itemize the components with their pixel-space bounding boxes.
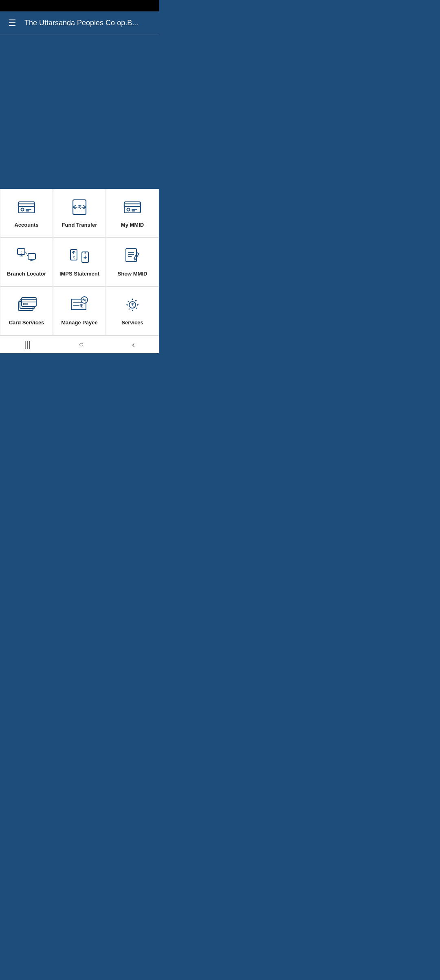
imps-statement-icon: ₹ ₹ — [69, 245, 90, 267]
svg-point-9 — [127, 208, 130, 211]
recent-apps-icon: ||| — [24, 340, 31, 349]
navigation-bar: ||| ○ ‹ — [0, 335, 159, 353]
svg-rect-4 — [26, 210, 29, 212]
svg-rect-15 — [28, 254, 35, 259]
fund-transfer-label: Fund Transfer — [62, 222, 97, 229]
svg-rect-1 — [18, 204, 35, 206]
svg-text:₹: ₹ — [131, 303, 134, 307]
fund-transfer-icon: ₹ — [69, 197, 90, 218]
svg-rect-8 — [124, 204, 141, 206]
grid-item-imps-statement[interactable]: ₹ ₹ IMPS Statement — [53, 238, 106, 287]
grid-item-card-services[interactable]: Card Services — [0, 287, 53, 335]
show-mmid-label: Show MMID — [118, 271, 147, 278]
imps-statement-label: IMPS Statement — [59, 271, 99, 278]
grid-item-show-mmid[interactable]: Show MMID — [106, 238, 159, 287]
accounts-label: Accounts — [14, 222, 38, 229]
services-label: Services — [121, 319, 143, 326]
manage-payee-label: Manage Payee — [61, 319, 98, 326]
card-services-icon — [16, 294, 37, 315]
svg-text:₹: ₹ — [73, 256, 75, 259]
recent-apps-button[interactable]: ||| — [16, 337, 39, 352]
status-bar — [0, 0, 159, 11]
show-mmid-icon — [122, 245, 143, 267]
services-icon: ₹ — [122, 294, 143, 315]
svg-rect-10 — [132, 209, 137, 210]
branch-locator-icon — [16, 245, 37, 267]
my-mmid-icon — [122, 197, 143, 218]
header-title: The Uttarsanda Peoples Co op.B... — [24, 19, 138, 27]
menu-button[interactable]: ☰ — [7, 17, 18, 29]
grid-item-fund-transfer[interactable]: ₹ Fund Transfer — [53, 189, 106, 238]
branch-locator-label: Branch Locator — [7, 271, 46, 278]
home-icon: ○ — [79, 340, 84, 349]
menu-grid: Accounts ₹ Fund Transfer M — [0, 189, 159, 335]
grid-item-branch-locator[interactable]: Branch Locator — [0, 238, 53, 287]
svg-rect-3 — [26, 209, 31, 210]
grid-item-services[interactable]: ₹ Services — [106, 287, 159, 335]
back-button[interactable]: ‹ — [124, 337, 143, 352]
svg-text:₹: ₹ — [78, 204, 81, 210]
svg-rect-11 — [132, 210, 135, 212]
back-icon: ‹ — [132, 340, 135, 349]
card-services-label: Card Services — [9, 319, 44, 326]
accounts-icon — [16, 197, 37, 218]
manage-payee-icon: ₹ — [69, 294, 90, 315]
svg-line-18 — [25, 252, 28, 256]
svg-text:₹: ₹ — [84, 252, 86, 255]
hamburger-icon: ☰ — [8, 18, 16, 28]
banner-area — [0, 35, 159, 189]
grid-item-my-mmid[interactable]: My MMID — [106, 189, 159, 238]
home-button[interactable]: ○ — [70, 337, 92, 352]
my-mmid-label: My MMID — [121, 222, 144, 229]
svg-point-2 — [21, 208, 24, 211]
grid-item-accounts[interactable]: Accounts — [0, 189, 53, 238]
grid-item-manage-payee[interactable]: ₹ Manage Payee — [53, 287, 106, 335]
svg-text:₹: ₹ — [80, 304, 83, 308]
app-header: ☰ The Uttarsanda Peoples Co op.B... — [0, 11, 159, 35]
